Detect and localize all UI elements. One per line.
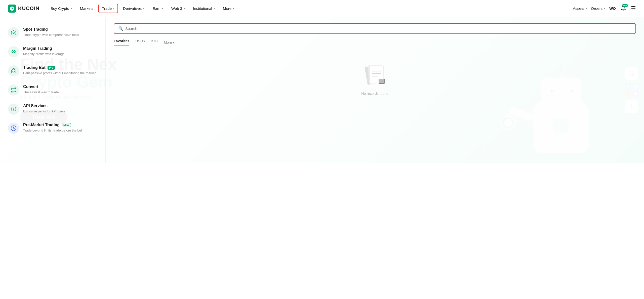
dropdown-item-spot-trading[interactable]: Spot Trading Trade crypto with comprehen… — [0, 23, 105, 42]
chevron-down-icon: ▾ — [604, 7, 605, 10]
navbar: KUCOIN Buy Crypto ▾ Markets Trade ▾ Deri… — [0, 0, 644, 17]
svg-rect-3 — [11, 70, 16, 73]
chevron-down-icon: ▾ — [162, 7, 163, 10]
dropdown-item-convert[interactable]: Convert The easiest way to trade — [0, 80, 105, 100]
navbar-left: KUCOIN Buy Crypto ▾ Markets Trade ▾ Deri… — [8, 4, 237, 13]
no-records-illustration — [360, 62, 390, 88]
spot-trading-icon — [8, 27, 19, 38]
search-box[interactable]: 🔍 — [114, 23, 636, 34]
svg-rect-14 — [379, 79, 384, 83]
nav-item-markets[interactable]: Markets — [77, 4, 96, 13]
tab-usd[interactable]: USD$ — [135, 39, 145, 46]
assets-button[interactable]: Assets ▾ — [573, 6, 587, 11]
nav-item-buy-crypto[interactable]: Buy Crypto ▾ — [48, 4, 75, 13]
premarket-trading-text: Pre-Market Trading NEW Trade beyond limi… — [23, 123, 83, 133]
chevron-down-icon: ▾ — [586, 7, 587, 10]
pro-badge: Pro — [48, 66, 55, 70]
nav-item-earn[interactable]: Earn ▾ — [149, 4, 166, 13]
premarket-trading-icon — [8, 123, 19, 134]
nav-item-more[interactable]: More ▾ — [220, 4, 237, 13]
chevron-down-icon: ▾ — [184, 7, 185, 10]
chevron-down-icon: ▾ — [113, 7, 114, 10]
api-services-icon — [8, 104, 19, 115]
dropdown-item-trading-bot[interactable]: Trading Bot Pro Earn passive profits wit… — [0, 61, 105, 80]
nav-item-web3[interactable]: Web 3 ▾ — [168, 4, 188, 13]
chevron-down-icon: ▾ — [143, 7, 144, 10]
nav-item-derivatives[interactable]: Derivatives ▾ — [120, 4, 147, 13]
no-records-text: No records found — [361, 92, 388, 96]
svg-point-0 — [13, 32, 14, 33]
api-services-text: API Services Exclusive perks for API use… — [23, 104, 65, 114]
tab-more[interactable]: More ▾ — [164, 40, 175, 45]
orders-button[interactable]: Orders ▾ — [591, 6, 605, 11]
tab-bar: Favorites USD$ BTC More ▾ — [114, 39, 636, 46]
notification-button[interactable]: 99+ — [620, 5, 627, 12]
logo-icon — [8, 5, 16, 13]
hamburger-icon[interactable]: ☰ — [631, 5, 636, 12]
nav-item-trade[interactable]: Trade ▾ — [98, 4, 118, 13]
chevron-down-icon: ▾ — [214, 7, 215, 10]
trading-bot-text: Trading Bot Pro Earn passive profits wit… — [23, 65, 96, 75]
dropdown-item-api-services[interactable]: API Services Exclusive perks for API use… — [0, 100, 105, 119]
dropdown-item-margin-trading[interactable]: Margin Trading Magnify profits with leve… — [0, 42, 105, 61]
search-icon: 🔍 — [118, 26, 123, 31]
new-badge: NEW — [62, 123, 71, 127]
navbar-right: Assets ▾ Orders ▾ WO 99+ ☰ — [573, 5, 636, 12]
logo-text: KUCOIN — [18, 6, 39, 11]
logo[interactable]: KUCOIN — [8, 5, 39, 13]
trading-bot-icon — [8, 65, 19, 76]
tab-btc[interactable]: BTC — [151, 39, 158, 46]
margin-trading-icon — [8, 46, 19, 57]
dropdown-right-panel: 🔍 Favorites USD$ BTC More ▾ — [106, 17, 644, 163]
chevron-down-icon: ▾ — [173, 40, 175, 45]
dropdown-left-panel: Spot Trading Trade crypto with comprehen… — [0, 17, 106, 163]
notification-badge: 99+ — [622, 4, 628, 7]
chevron-down-icon: ▾ — [233, 7, 234, 10]
spot-trading-text: Spot Trading Trade crypto with comprehen… — [23, 27, 79, 37]
svg-point-4 — [13, 71, 13, 71]
svg-point-2 — [14, 51, 15, 53]
nav-item-institutional[interactable]: Institutional ▾ — [190, 4, 218, 13]
wo-button[interactable]: WO — [609, 6, 616, 11]
convert-text: Convert The easiest way to trade — [23, 84, 59, 95]
dropdown-item-premarket-trading[interactable]: Pre-Market Trading NEW Trade beyond limi… — [0, 119, 105, 138]
margin-trading-text: Margin Trading Magnify profits with leve… — [23, 46, 65, 56]
tab-favorites[interactable]: Favorites — [114, 39, 129, 46]
svg-point-1 — [12, 51, 13, 53]
convert-icon — [8, 84, 19, 96]
chevron-down-icon: ▾ — [71, 7, 72, 10]
no-records-area: No records found — [114, 52, 636, 106]
search-input[interactable] — [125, 26, 631, 31]
svg-point-5 — [14, 71, 15, 71]
trade-dropdown: Spot Trading Trade crypto with comprehen… — [0, 17, 644, 163]
